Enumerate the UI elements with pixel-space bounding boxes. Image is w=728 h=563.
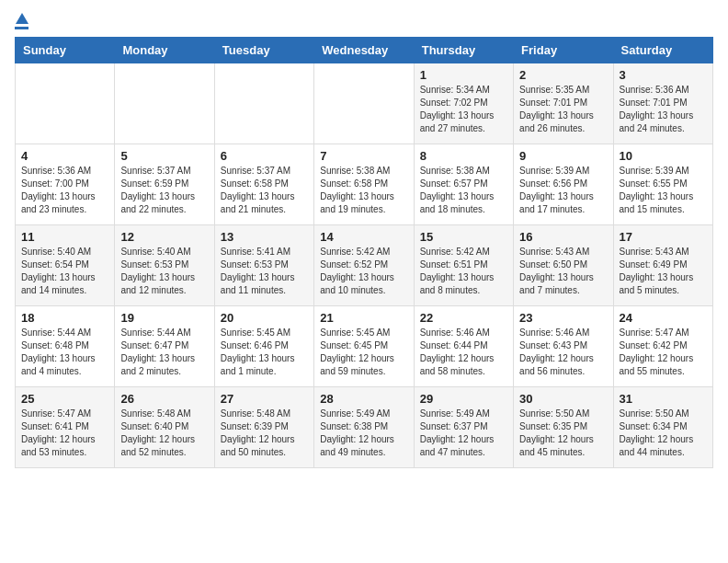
day-info: Sunrise: 5:49 AMSunset: 6:38 PMDaylight:… xyxy=(320,408,407,459)
day-number: 10 xyxy=(620,149,707,163)
day-number: 23 xyxy=(519,311,607,325)
day-number: 13 xyxy=(221,230,308,244)
calendar-week-5: 25Sunrise: 5:47 AMSunset: 6:41 PMDayligh… xyxy=(16,387,713,468)
calendar-cell xyxy=(214,63,313,144)
day-number: 5 xyxy=(120,149,208,163)
day-info: Sunrise: 5:47 AMSunset: 6:41 PMDaylight:… xyxy=(21,408,108,459)
day-info: Sunrise: 5:38 AMSunset: 6:57 PMDaylight:… xyxy=(420,165,507,216)
logo-blue-line xyxy=(15,27,28,29)
calendar-cell: 14Sunrise: 5:42 AMSunset: 6:52 PMDayligh… xyxy=(314,225,414,306)
calendar-cell: 29Sunrise: 5:49 AMSunset: 6:37 PMDayligh… xyxy=(414,387,513,468)
day-number: 26 xyxy=(120,392,208,406)
calendar-cell: 4Sunrise: 5:36 AMSunset: 7:00 PMDaylight… xyxy=(16,144,115,225)
day-info: Sunrise: 5:48 AMSunset: 6:40 PMDaylight:… xyxy=(120,408,208,459)
day-info: Sunrise: 5:46 AMSunset: 6:43 PMDaylight:… xyxy=(519,327,607,378)
day-info: Sunrise: 5:34 AMSunset: 7:02 PMDaylight:… xyxy=(420,84,507,135)
calendar-cell: 3Sunrise: 5:36 AMSunset: 7:01 PMDaylight… xyxy=(613,63,712,144)
day-number: 8 xyxy=(420,149,507,163)
calendar-week-4: 18Sunrise: 5:44 AMSunset: 6:48 PMDayligh… xyxy=(16,306,713,387)
day-info: Sunrise: 5:50 AMSunset: 6:34 PMDaylight:… xyxy=(620,408,707,459)
weekday-header-saturday: Saturday xyxy=(613,38,712,63)
calendar-cell: 12Sunrise: 5:40 AMSunset: 6:53 PMDayligh… xyxy=(115,225,214,306)
day-info: Sunrise: 5:42 AMSunset: 6:52 PMDaylight:… xyxy=(320,246,407,297)
day-number: 12 xyxy=(120,230,208,244)
day-number: 2 xyxy=(519,68,607,82)
day-info: Sunrise: 5:45 AMSunset: 6:46 PMDaylight:… xyxy=(221,327,308,378)
day-info: Sunrise: 5:37 AMSunset: 6:59 PMDaylight:… xyxy=(120,165,208,216)
calendar-cell: 30Sunrise: 5:50 AMSunset: 6:35 PMDayligh… xyxy=(514,387,613,468)
day-number: 19 xyxy=(120,311,208,325)
calendar-cell: 1Sunrise: 5:34 AMSunset: 7:02 PMDaylight… xyxy=(414,63,513,144)
calendar-table: SundayMondayTuesdayWednesdayThursdayFrid… xyxy=(15,37,713,468)
weekday-header-sunday: Sunday xyxy=(16,38,115,63)
day-info: Sunrise: 5:45 AMSunset: 6:45 PMDaylight:… xyxy=(320,327,407,378)
weekday-header-tuesday: Tuesday xyxy=(214,38,313,63)
calendar-cell: 15Sunrise: 5:42 AMSunset: 6:51 PMDayligh… xyxy=(414,225,513,306)
day-info: Sunrise: 5:48 AMSunset: 6:39 PMDaylight:… xyxy=(221,408,308,459)
calendar-week-3: 11Sunrise: 5:40 AMSunset: 6:54 PMDayligh… xyxy=(16,225,713,306)
day-info: Sunrise: 5:37 AMSunset: 6:58 PMDaylight:… xyxy=(221,165,308,216)
day-number: 6 xyxy=(221,149,308,163)
calendar-cell: 11Sunrise: 5:40 AMSunset: 6:54 PMDayligh… xyxy=(16,225,115,306)
calendar-cell: 27Sunrise: 5:48 AMSunset: 6:39 PMDayligh… xyxy=(214,387,313,468)
calendar-cell: 20Sunrise: 5:45 AMSunset: 6:46 PMDayligh… xyxy=(214,306,313,387)
calendar-cell: 31Sunrise: 5:50 AMSunset: 6:34 PMDayligh… xyxy=(613,387,712,468)
day-number: 4 xyxy=(21,149,108,163)
day-info: Sunrise: 5:43 AMSunset: 6:50 PMDaylight:… xyxy=(519,246,607,297)
weekday-header-friday: Friday xyxy=(514,38,613,63)
logo-name xyxy=(15,15,28,26)
calendar-cell: 7Sunrise: 5:38 AMSunset: 6:58 PMDaylight… xyxy=(314,144,414,225)
calendar-cell: 25Sunrise: 5:47 AMSunset: 6:41 PMDayligh… xyxy=(16,387,115,468)
weekday-header-monday: Monday xyxy=(115,38,214,63)
day-info: Sunrise: 5:44 AMSunset: 6:48 PMDaylight:… xyxy=(21,327,108,378)
day-info: Sunrise: 5:42 AMSunset: 6:51 PMDaylight:… xyxy=(420,246,507,297)
calendar-cell: 18Sunrise: 5:44 AMSunset: 6:48 PMDayligh… xyxy=(16,306,115,387)
day-number: 24 xyxy=(620,311,707,325)
calendar-week-1: 1Sunrise: 5:34 AMSunset: 7:02 PMDaylight… xyxy=(16,63,713,144)
day-info: Sunrise: 5:44 AMSunset: 6:47 PMDaylight:… xyxy=(120,327,208,378)
calendar-cell: 28Sunrise: 5:49 AMSunset: 6:38 PMDayligh… xyxy=(314,387,414,468)
day-info: Sunrise: 5:40 AMSunset: 6:54 PMDaylight:… xyxy=(21,246,108,297)
logo xyxy=(15,15,28,29)
day-number: 1 xyxy=(420,68,507,82)
calendar-cell: 23Sunrise: 5:46 AMSunset: 6:43 PMDayligh… xyxy=(514,306,613,387)
day-info: Sunrise: 5:46 AMSunset: 6:44 PMDaylight:… xyxy=(420,327,507,378)
calendar-cell: 6Sunrise: 5:37 AMSunset: 6:58 PMDaylight… xyxy=(214,144,313,225)
calendar-cell: 5Sunrise: 5:37 AMSunset: 6:59 PMDaylight… xyxy=(115,144,214,225)
day-number: 31 xyxy=(620,392,707,406)
day-info: Sunrise: 5:40 AMSunset: 6:53 PMDaylight:… xyxy=(120,246,208,297)
day-number: 15 xyxy=(420,230,507,244)
calendar-cell: 9Sunrise: 5:39 AMSunset: 6:56 PMDaylight… xyxy=(514,144,613,225)
weekday-header-thursday: Thursday xyxy=(414,38,513,63)
calendar-cell: 24Sunrise: 5:47 AMSunset: 6:42 PMDayligh… xyxy=(613,306,712,387)
day-number: 21 xyxy=(320,311,407,325)
day-info: Sunrise: 5:47 AMSunset: 6:42 PMDaylight:… xyxy=(620,327,707,378)
weekday-header-row: SundayMondayTuesdayWednesdayThursdayFrid… xyxy=(16,38,713,63)
day-number: 16 xyxy=(519,230,607,244)
day-number: 11 xyxy=(21,230,108,244)
weekday-header-wednesday: Wednesday xyxy=(314,38,414,63)
day-number: 20 xyxy=(221,311,308,325)
page-header xyxy=(15,15,713,29)
calendar-cell: 16Sunrise: 5:43 AMSunset: 6:50 PMDayligh… xyxy=(514,225,613,306)
calendar-cell: 26Sunrise: 5:48 AMSunset: 6:40 PMDayligh… xyxy=(115,387,214,468)
day-number: 3 xyxy=(620,68,707,82)
calendar-cell: 10Sunrise: 5:39 AMSunset: 6:55 PMDayligh… xyxy=(613,144,712,225)
day-number: 17 xyxy=(620,230,707,244)
day-info: Sunrise: 5:35 AMSunset: 7:01 PMDaylight:… xyxy=(519,84,607,135)
day-number: 7 xyxy=(320,149,407,163)
calendar-cell: 13Sunrise: 5:41 AMSunset: 6:53 PMDayligh… xyxy=(214,225,313,306)
day-info: Sunrise: 5:39 AMSunset: 6:55 PMDaylight:… xyxy=(620,165,707,216)
day-info: Sunrise: 5:36 AMSunset: 7:00 PMDaylight:… xyxy=(21,165,108,216)
day-number: 29 xyxy=(420,392,507,406)
calendar-week-2: 4Sunrise: 5:36 AMSunset: 7:00 PMDaylight… xyxy=(16,144,713,225)
calendar-cell xyxy=(16,63,115,144)
day-info: Sunrise: 5:50 AMSunset: 6:35 PMDaylight:… xyxy=(519,408,607,459)
logo-triangle-icon xyxy=(16,13,28,24)
day-number: 30 xyxy=(519,392,607,406)
day-number: 27 xyxy=(221,392,308,406)
calendar-cell: 17Sunrise: 5:43 AMSunset: 6:49 PMDayligh… xyxy=(613,225,712,306)
day-info: Sunrise: 5:41 AMSunset: 6:53 PMDaylight:… xyxy=(221,246,308,297)
calendar-cell: 8Sunrise: 5:38 AMSunset: 6:57 PMDaylight… xyxy=(414,144,513,225)
day-number: 18 xyxy=(21,311,108,325)
